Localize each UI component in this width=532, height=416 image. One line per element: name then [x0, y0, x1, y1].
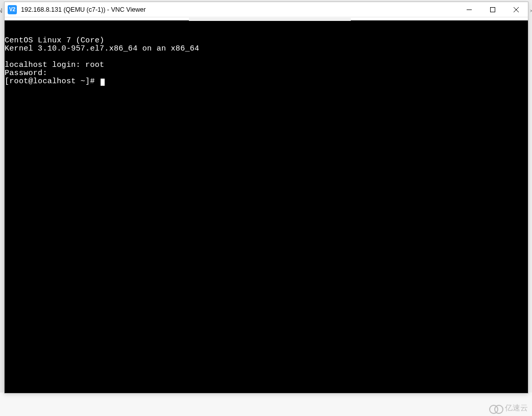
terminal-line: localhost login: root	[5, 61, 104, 69]
maximize-icon	[490, 7, 495, 12]
window-controls	[457, 2, 528, 17]
maximize-button[interactable]	[481, 2, 504, 17]
terminal-prompt-line: [root@localhost ~]#	[5, 77, 105, 86]
svg-rect-1	[491, 7, 495, 12]
bg-right-fragment: ×	[530, 8, 532, 14]
terminal-prompt: [root@localhost ~]#	[5, 77, 100, 86]
terminal-line: Password:	[5, 69, 47, 78]
close-button[interactable]	[504, 2, 528, 17]
terminal-line: CentOS Linux 7 (Core)	[5, 36, 104, 45]
terminal-screen[interactable]: CentOS Linux 7 (Core) Kernel 3.10.0-957.…	[5, 20, 528, 393]
watermark-text: 亿速云	[505, 403, 528, 413]
background-window-right-edge: ×	[529, 0, 532, 416]
background-window-left-edge: N	[0, 0, 4, 416]
toolbar-center-strip	[189, 18, 351, 21]
watermark-cloud-icon	[489, 404, 503, 413]
bg-left-fragment: N	[0, 7, 3, 14]
minimize-button[interactable]	[457, 2, 481, 17]
watermark: 亿速云	[489, 403, 528, 413]
window-title: 192.168.8.131 (QEMU (c7-1)) - VNC Viewer	[21, 6, 457, 13]
vnc-app-icon: V2	[8, 5, 17, 14]
close-icon	[514, 7, 519, 12]
minimize-icon	[467, 7, 472, 12]
terminal-line: Kernel 3.10.0-957.el7.x86_64 on an x86_6…	[5, 44, 199, 53]
terminal-cursor	[101, 79, 105, 86]
vnc-viewer-window: V2 192.168.8.131 (QEMU (c7-1)) - VNC Vie…	[4, 2, 528, 394]
background-bottom-strip	[0, 393, 532, 416]
titlebar[interactable]: V2 192.168.8.131 (QEMU (c7-1)) - VNC Vie…	[5, 2, 528, 17]
